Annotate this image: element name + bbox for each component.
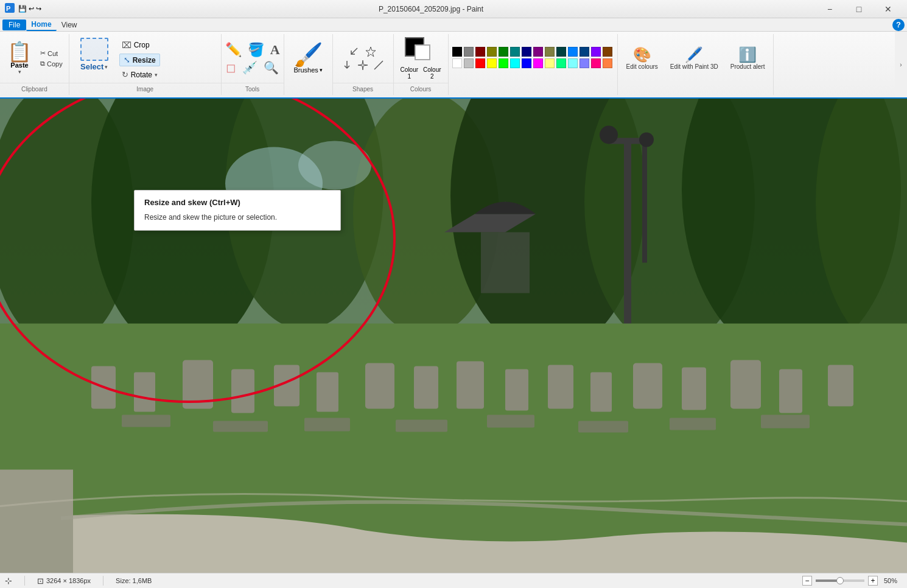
status-separator-2 bbox=[103, 576, 103, 586]
palette-swatch-0[interactable] bbox=[452, 47, 462, 57]
svg-point-15 bbox=[298, 141, 371, 190]
minimize-button[interactable]: − bbox=[816, 0, 844, 18]
svg-rect-36 bbox=[548, 365, 573, 409]
title-bar-title: P_20150604_205209.jpg - Paint bbox=[46, 5, 816, 13]
palette-swatch-17[interactable] bbox=[487, 58, 497, 68]
palette-swatch-27[interactable] bbox=[603, 58, 612, 68]
palette-swatch-14[interactable] bbox=[452, 58, 462, 68]
file-size-label: Size: 1,6MB bbox=[116, 577, 152, 584]
menu-view[interactable]: View bbox=[57, 19, 82, 30]
tools-section: ✏️ 🪣 A ◻ 💉 🔍 Tools bbox=[222, 34, 284, 95]
star-shape[interactable] bbox=[365, 46, 377, 58]
zoom-in-button[interactable]: + bbox=[868, 576, 878, 586]
palette-swatch-22[interactable] bbox=[545, 58, 555, 68]
palette-swatch-10[interactable] bbox=[568, 47, 578, 57]
palette-swatch-9[interactable] bbox=[556, 47, 566, 57]
colour1-label[interactable]: Colour 1 bbox=[401, 66, 418, 80]
quick-access-undo[interactable]: ↩ bbox=[29, 5, 34, 13]
magnifier-icon[interactable]: 🔍 bbox=[264, 60, 279, 75]
menu-file[interactable]: File bbox=[2, 19, 26, 30]
paint3d-icon: 🖊️ bbox=[685, 46, 703, 63]
colour2-swatch[interactable] bbox=[415, 44, 430, 60]
palette-swatch-18[interactable] bbox=[499, 58, 508, 68]
svg-rect-31 bbox=[317, 373, 338, 412]
palette-swatch-2[interactable] bbox=[475, 47, 485, 57]
tooltip-title: Resize and skew (Ctrl+W) bbox=[144, 198, 331, 207]
svg-marker-2 bbox=[366, 47, 376, 57]
palette-swatch-26[interactable] bbox=[591, 58, 601, 68]
edit-paint3d-button[interactable]: 🖊️ Edit with Paint 3D bbox=[665, 44, 723, 73]
palette-swatch-3[interactable] bbox=[487, 47, 497, 57]
palette-swatch-8[interactable] bbox=[545, 47, 555, 57]
select-rectangle-tool[interactable] bbox=[80, 38, 108, 61]
maximize-button[interactable]: □ bbox=[845, 0, 873, 18]
palette-swatch-12[interactable] bbox=[591, 47, 601, 57]
palette-swatch-4[interactable] bbox=[499, 47, 508, 57]
svg-rect-44 bbox=[213, 421, 268, 432]
palette-swatch-25[interactable] bbox=[580, 58, 589, 68]
palette-swatch-23[interactable] bbox=[556, 58, 566, 68]
palette-swatch-1[interactable] bbox=[464, 47, 474, 57]
svg-rect-49 bbox=[670, 418, 716, 430]
crop-button[interactable]: ⌧ Crop bbox=[119, 39, 160, 51]
palette-swatch-5[interactable] bbox=[510, 47, 520, 57]
brushes-dropdown-button[interactable]: Brushes ▾ bbox=[293, 66, 322, 74]
rotate-button[interactable]: ↻ Rotate ▾ bbox=[119, 69, 160, 80]
palette-swatch-11[interactable] bbox=[580, 47, 589, 57]
colors-section: Colour 1 Colour 2 Colours bbox=[394, 34, 449, 95]
colour2-label[interactable]: Colour 2 bbox=[423, 66, 441, 80]
palette-swatch-13[interactable] bbox=[603, 47, 612, 57]
palette-swatch-16[interactable] bbox=[475, 58, 485, 68]
brushes-icon[interactable]: 🖌️ bbox=[294, 43, 323, 66]
copy-icon: ⧉ bbox=[40, 60, 45, 68]
palette-swatch-7[interactable] bbox=[533, 47, 543, 57]
quick-access-redo[interactable]: ↪ bbox=[36, 5, 41, 13]
zoom-out-button[interactable]: − bbox=[802, 576, 812, 586]
svg-text:P: P bbox=[6, 5, 10, 12]
select-button[interactable]: Select ▾ bbox=[80, 62, 108, 71]
palette-section: - bbox=[449, 34, 618, 95]
arrow-down-shape[interactable] bbox=[341, 59, 353, 71]
select-label: Select bbox=[80, 62, 103, 71]
palette-swatch-21[interactable] bbox=[533, 58, 543, 68]
zoom-slider[interactable] bbox=[816, 579, 864, 582]
paste-button[interactable]: 📋 Paste ▾ bbox=[4, 40, 35, 77]
rotate-dropdown: ▾ bbox=[155, 72, 158, 78]
svg-rect-46 bbox=[396, 420, 447, 432]
zoom-controls: − + 50% bbox=[802, 576, 902, 586]
paste-icon: 📋 bbox=[7, 42, 32, 61]
edit-colours-button[interactable]: 🎨 Edit colours bbox=[622, 44, 663, 73]
palette-swatch-19[interactable] bbox=[510, 58, 520, 68]
palette-swatch-24[interactable] bbox=[568, 58, 578, 68]
svg-rect-45 bbox=[304, 418, 350, 432]
palette-swatch-6[interactable] bbox=[522, 47, 531, 57]
color-picker-icon[interactable]: 💉 bbox=[242, 60, 257, 75]
pencil-icon[interactable]: ✏️ bbox=[225, 42, 242, 58]
product-alert-button[interactable]: ℹ️ Product alert bbox=[726, 44, 770, 73]
cursor-icon: ⊹ bbox=[5, 576, 12, 586]
quick-access-save[interactable]: 💾 bbox=[18, 5, 27, 13]
menu-home[interactable]: Home bbox=[26, 19, 56, 31]
resize-button[interactable]: ⤡ Resize bbox=[119, 54, 160, 66]
ribbon-scroll-right[interactable]: › bbox=[895, 32, 907, 97]
svg-rect-41 bbox=[779, 369, 802, 413]
clipboard-section: 📋 Paste ▾ ✂ Cut ⧉ Copy Clipboard bbox=[0, 34, 69, 95]
close-button[interactable]: ✕ bbox=[874, 0, 902, 18]
palette-swatch-15[interactable] bbox=[464, 58, 474, 68]
help-button[interactable]: ? bbox=[892, 19, 905, 31]
sparkle-shape[interactable] bbox=[357, 59, 369, 71]
eraser-icon[interactable]: ◻ bbox=[226, 60, 236, 75]
arrow-down-left-shape[interactable] bbox=[349, 46, 361, 58]
zoom-slider-thumb[interactable] bbox=[836, 577, 844, 584]
cut-button[interactable]: ✂ Cut bbox=[38, 49, 65, 58]
text-icon[interactable]: A bbox=[270, 42, 280, 58]
callout-shape[interactable] bbox=[373, 59, 385, 71]
svg-rect-47 bbox=[487, 415, 534, 428]
copy-button[interactable]: ⧉ Copy bbox=[38, 59, 65, 68]
svg-rect-26 bbox=[91, 366, 116, 409]
svg-rect-32 bbox=[365, 363, 394, 409]
palette-swatch-20[interactable] bbox=[522, 58, 531, 68]
svg-rect-27 bbox=[134, 373, 155, 412]
svg-rect-38 bbox=[633, 363, 662, 409]
fill-icon[interactable]: 🪣 bbox=[248, 42, 264, 58]
